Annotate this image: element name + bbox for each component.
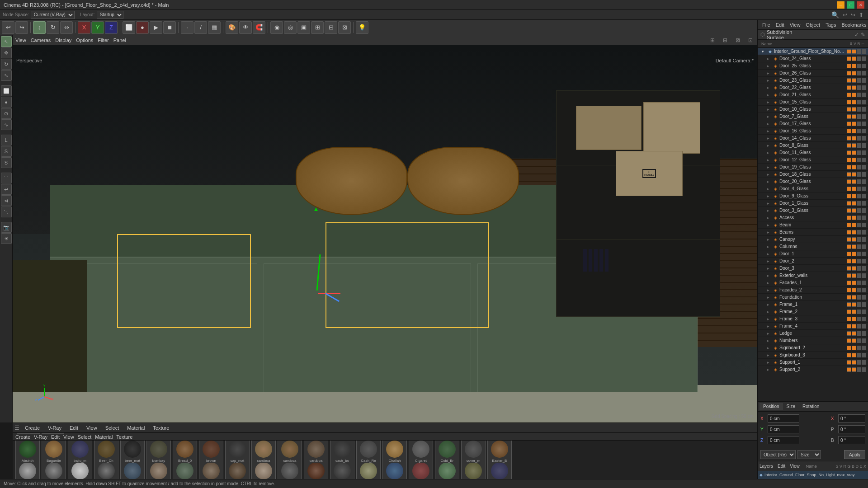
bend-tool[interactable]: ⌒ [1,173,12,183]
tree-item-beams[interactable]: ▸ ◈ Beams [758,229,868,236]
mat-row2-3[interactable] [68,463,92,479]
material-tab[interactable]: Material [124,424,147,432]
texture-mode[interactable]: 🎨 [226,21,238,34]
spline-tool[interactable]: ∿ [1,119,12,130]
tree-item-door-16-glass[interactable]: ▸ ◈ Door_16_Glass [758,127,868,135]
mat-cardboa1[interactable]: cardboa [251,441,276,463]
position-tab[interactable]: Position [760,403,783,410]
tree-item-door-19-glass[interactable]: ▸ ◈ Door_19_Glass [758,164,868,171]
rp-bookmarks-menu[interactable]: Bookmarks [839,22,868,28]
hamburger-icon[interactable]: ☰ [14,425,19,431]
mat-challah[interactable]: Challah [382,441,407,463]
mat-edit-tab[interactable]: Edit [51,434,60,440]
taper-tool[interactable]: ⊲ [1,195,12,206]
sphere-obj[interactable]: ● [1,97,12,108]
mat-cash-re[interactable]: Cash_Re [356,441,381,463]
mat-row2-10[interactable] [251,463,276,479]
play-btn[interactable]: ▶ [150,21,162,34]
view-tab-name[interactable]: View [790,464,800,469]
size-tab[interactable]: Size [783,403,799,410]
tree-item-door-21-glass[interactable]: ▸ ◈ Door_21_Glass [758,91,868,99]
render-preview[interactable]: 👁 [239,21,252,34]
mat-vray-tab[interactable]: V-Ray [34,434,47,440]
tree-item-door-3-glass[interactable]: ▸ ◈ Door_3_Glass [758,207,868,214]
vp-icon-1[interactable]: ⊞ [710,37,715,43]
mat-brown[interactable]: brown [199,441,223,463]
tree-item-frame-2[interactable]: ▸ ◈ Frame_2 [758,308,868,315]
tree-item-door-17-glass[interactable]: ▸ ◈ Door_17_Glass [758,120,868,127]
create-tab[interactable]: Create [22,424,42,432]
mat-view-tab[interactable]: View [63,434,74,440]
main-viewport[interactable]: View Cameras Display Options Filter Pane… [13,35,757,422]
tree-item-beam[interactable]: ▸ ◈ Beam [758,221,868,229]
tree-item-foundation[interactable]: ▸ ◈ Foundation [758,294,868,301]
mat-row2-9[interactable] [225,463,250,479]
texture-tab[interactable]: Texture [150,424,172,432]
z-pos-input[interactable] [768,436,799,444]
mat-row2-2[interactable] [42,463,66,479]
obj-btn-2[interactable]: ◎ [284,21,297,34]
layout-select[interactable]: Startup [97,11,123,19]
mat-texture-tab[interactable]: Texture [116,434,132,440]
rp-file-menu[interactable]: File [760,22,773,28]
extrude-tool[interactable]: L [1,135,12,145]
tree-item-door-9-glass[interactable]: ▸ ◈ Door_9_Glass [758,192,868,200]
vray-tab[interactable]: V-Ray [45,424,64,432]
mat-select-tab[interactable]: Select [78,434,92,440]
mat-row2-14[interactable] [356,463,381,479]
tree-item-door-3[interactable]: ▸ ◈ Door_3 [758,265,868,272]
stop-btn[interactable]: ⏹ [163,21,176,34]
lathe-tool[interactable]: S [1,146,12,157]
mat-material-tab[interactable]: Material [95,434,113,440]
poly-mode[interactable]: ▦ [208,21,221,34]
redo-btn[interactable]: ↪ [15,21,28,34]
mat-create-tab[interactable]: Create [15,434,30,440]
tree-item-support-2[interactable]: ▸ ◈ Support_2 [758,366,868,373]
tree-item-frame-4[interactable]: ▸ ◈ Frame_4 [758,323,868,330]
point-mode[interactable]: · [181,21,193,34]
x-rot-input[interactable] [838,414,865,422]
anim-record[interactable]: ● [136,21,149,34]
tree-item-door-11-glass[interactable]: ▸ ◈ Door_11_Glass [758,149,868,156]
tree-item-door-7-glass[interactable]: ▸ ◈ Door_7_Glass [758,113,868,120]
select-tool[interactable]: ↖ [1,36,12,47]
camera-tool[interactable]: 📷 [1,222,12,233]
view-tab[interactable]: View [84,424,100,432]
sweep-tool[interactable]: S [1,157,12,168]
z-axis-btn[interactable]: Z [105,21,118,34]
mat-row2-4[interactable] [94,463,118,479]
mat-row2-6[interactable] [146,463,171,479]
tree-item-ledge[interactable]: ▸ ◈ Ledge [758,330,868,337]
mat-cap[interactable]: cap_mat [225,441,250,463]
vp-view-menu[interactable]: View [15,38,26,43]
tree-item-door-1-glass[interactable]: ▸ ◈ Door_1_Glass [758,200,868,207]
tree-item-door-25-glass[interactable]: ▸ ◈ Door_25_Glass [758,62,868,70]
cylinder-obj[interactable]: ⊙ [1,108,12,119]
mat-beer-ch[interactable]: Beer_Ch [94,441,118,463]
vp-icon-2[interactable]: ⊟ [723,37,727,43]
tree-item-support-1[interactable]: ▸ ◈ Support_1 [758,359,868,366]
undo-btn[interactable]: ↩ [2,21,14,34]
mat-bombay[interactable]: bombay [146,441,171,463]
mat-cardboa2[interactable]: cardboa [278,441,302,463]
scale-obj-tool[interactable]: ⤡ [1,70,12,81]
vp-filter-menu[interactable]: Filter [98,38,108,43]
mat-cash-bo[interactable]: cash_bo [330,441,354,463]
vp-display-menu[interactable]: Display [55,38,71,43]
mat-row2-18[interactable] [461,463,486,479]
mat-row2-13[interactable] [330,463,354,479]
select-tab[interactable]: Select [103,424,122,432]
mat-bread[interactable]: Bread_0 [173,441,197,463]
x-pos-input[interactable] [768,414,799,422]
tree-item-door-23-glass[interactable]: ▸ ◈ Door_23_Glass [758,77,868,84]
tree-item-door-8-glass[interactable]: ▸ ◈ Door_8_Glass [758,142,868,149]
vp-icon-3[interactable]: ⊠ [736,37,740,43]
shear-tool[interactable]: ⋱ [1,206,12,217]
mat-row2-16[interactable] [409,463,433,479]
tree-root-item[interactable]: ▾ ◆ Interior_Ground_Floor_Shop_No_Light_… [758,48,868,55]
tree-item-exterior-walls[interactable]: ▸ ◈ Exterior_walls [758,272,868,279]
vp-panel-menu[interactable]: Panel [113,38,126,43]
tree-item-door-18-glass[interactable]: ▸ ◈ Door_18_Glass [758,171,868,178]
snap-btn[interactable]: 🧲 [253,21,265,34]
viewport-3d[interactable]: ↑↑ FRAGILE Perspective Default Camera:* … [13,45,757,422]
